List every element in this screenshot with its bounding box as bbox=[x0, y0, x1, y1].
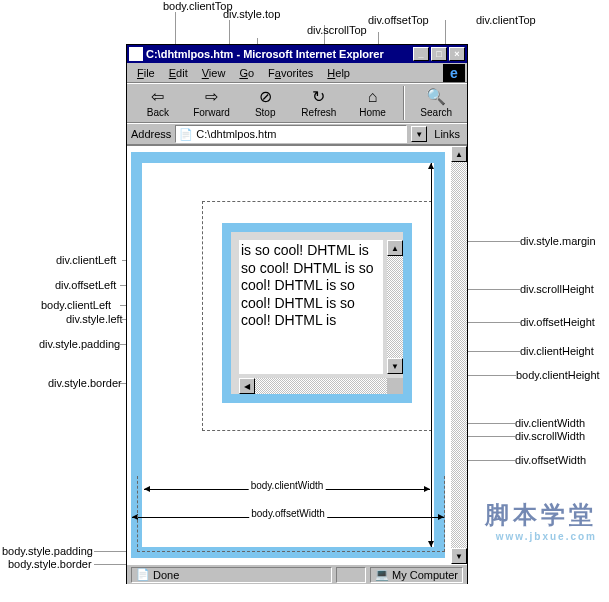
stop-button[interactable]: ⊘Stop bbox=[238, 84, 292, 122]
stop-icon: ⊘ bbox=[259, 89, 272, 105]
body-dashed-extent bbox=[137, 476, 445, 552]
forward-icon: ⇨ bbox=[205, 89, 218, 105]
status-zone: 💻 My Computer bbox=[370, 567, 463, 583]
refresh-icon: ↻ bbox=[312, 89, 325, 105]
label-div-clientWidth: div.clientWidth bbox=[515, 417, 585, 429]
home-icon: ⌂ bbox=[368, 89, 378, 105]
label-div-style-padding: div.style.padding bbox=[39, 338, 120, 350]
address-dropdown[interactable]: ▼ bbox=[411, 126, 427, 142]
window-title: C:\dhtmlpos.htm - Microsoft Internet Exp… bbox=[146, 48, 411, 60]
close-button[interactable]: × bbox=[449, 47, 465, 61]
label-div-offsetHeight: div.offsetHeight bbox=[520, 316, 595, 328]
menu-edit[interactable]: Edit bbox=[169, 67, 188, 79]
label-div-style-top: div.style.top bbox=[223, 8, 280, 20]
address-value: C:\dhtmlpos.htm bbox=[196, 128, 276, 140]
scroll-left-icon[interactable]: ◀ bbox=[239, 378, 255, 394]
back-icon: ⇦ bbox=[151, 89, 164, 105]
scroll-up-icon[interactable]: ▲ bbox=[451, 146, 467, 162]
address-label: Address bbox=[131, 128, 171, 140]
div-padding: is so cool! DHTML is so cool! DHTML is s… bbox=[231, 232, 403, 394]
app-icon: e bbox=[129, 47, 143, 61]
label-div-style-border: div.style.border bbox=[48, 377, 122, 389]
page-icon: 📄 bbox=[136, 568, 150, 581]
home-button[interactable]: ⌂Home bbox=[346, 84, 400, 122]
scroll-down-icon[interactable]: ▼ bbox=[451, 548, 467, 564]
menu-help[interactable]: Help bbox=[327, 67, 350, 79]
label-div-clientTop: div.clientTop bbox=[476, 14, 536, 26]
watermark: 脚本学堂 www.jbxue.com bbox=[485, 499, 597, 542]
div-scrollbar-vertical[interactable]: ▲ ▼ bbox=[387, 240, 403, 374]
maximize-button[interactable]: □ bbox=[431, 47, 447, 61]
menu-go[interactable]: Go bbox=[239, 67, 254, 79]
label-div-offsetTop: div.offsetTop bbox=[368, 14, 429, 26]
div-border: is so cool! DHTML is so cool! DHTML is s… bbox=[222, 223, 412, 403]
label-div-scrollHeight: div.scrollHeight bbox=[520, 283, 594, 295]
label-body-clientHeight: body.clientHeight bbox=[516, 369, 600, 381]
label-div-offsetWidth: div.offsetWidth bbox=[515, 454, 586, 466]
label-body-style-padding: body.style.padding bbox=[2, 545, 93, 557]
page-scrollbar-vertical[interactable]: ▲ ▼ bbox=[451, 146, 467, 564]
back-button[interactable]: ⇦Back bbox=[131, 84, 185, 122]
scroll-down-icon[interactable]: ▼ bbox=[387, 358, 403, 374]
computer-icon: 💻 bbox=[375, 568, 389, 581]
refresh-button[interactable]: ↻Refresh bbox=[292, 84, 346, 122]
label-div-offsetLeft: div.offsetLeft bbox=[55, 279, 116, 291]
ie-logo-icon: e bbox=[443, 64, 465, 82]
forward-button[interactable]: ⇨Forward bbox=[185, 84, 239, 122]
div-client: is so cool! DHTML is so cool! DHTML is s… bbox=[239, 240, 383, 374]
status-done: 📄 Done bbox=[131, 567, 332, 583]
label-body-clientLeft: body.clientLeft bbox=[41, 299, 111, 311]
address-input[interactable]: 📄 C:\dhtmlpos.htm bbox=[175, 125, 407, 143]
menu-file[interactable]: File bbox=[137, 67, 155, 79]
links-button[interactable]: Links bbox=[431, 128, 463, 140]
menu-favorites[interactable]: Favorites bbox=[268, 67, 313, 79]
menu-view[interactable]: View bbox=[202, 67, 226, 79]
scroll-up-icon[interactable]: ▲ bbox=[387, 240, 403, 256]
label-div-style-left: div.style.left bbox=[66, 313, 123, 325]
addressbar: Address 📄 C:\dhtmlpos.htm ▼ Links bbox=[127, 123, 467, 145]
label-div-clientHeight: div.clientHeight bbox=[520, 345, 594, 357]
statusbar: 📄 Done 💻 My Computer bbox=[127, 564, 467, 584]
menubar: File Edit View Go Favorites Help e bbox=[127, 63, 467, 83]
page-icon: 📄 bbox=[179, 128, 193, 141]
minimize-button[interactable]: _ bbox=[413, 47, 429, 61]
label-div-scrollWidth: div.scrollWidth bbox=[515, 430, 585, 442]
browser-window: e C:\dhtmlpos.htm - Microsoft Internet E… bbox=[126, 44, 468, 584]
label-div-clientLeft: div.clientLeft bbox=[56, 254, 116, 266]
content-area: is so cool! DHTML is so cool! DHTML is s… bbox=[127, 145, 467, 564]
label-div-style-margin: div.style.margin bbox=[520, 235, 596, 247]
search-icon: 🔍 bbox=[426, 89, 446, 105]
titlebar[interactable]: e C:\dhtmlpos.htm - Microsoft Internet E… bbox=[127, 45, 467, 63]
label-div-scrollTop: div.scrollTop bbox=[307, 24, 367, 36]
label-body-style-border: body.style.border bbox=[8, 558, 92, 570]
search-button[interactable]: 🔍Search bbox=[409, 84, 463, 122]
div-scrollbar-horizontal[interactable]: ◀ ▶ bbox=[239, 378, 403, 394]
toolbar: ⇦Back ⇨Forward ⊘Stop ↻Refresh ⌂Home 🔍Sea… bbox=[127, 83, 467, 123]
